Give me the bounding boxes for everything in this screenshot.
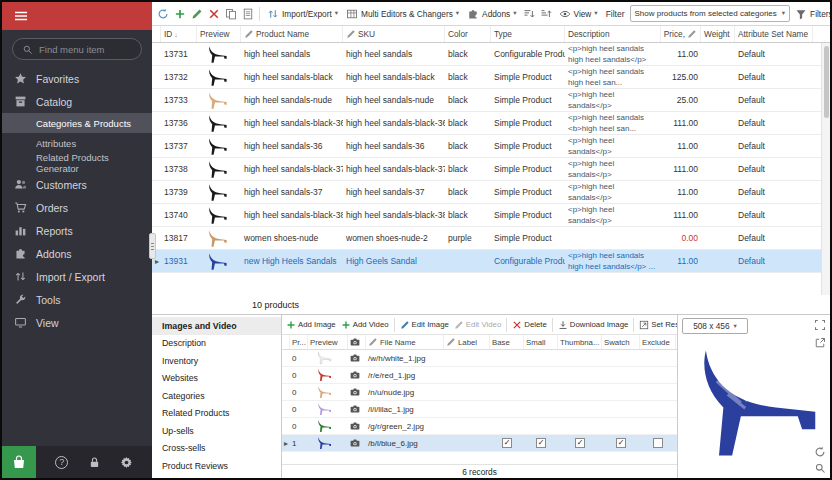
column-header-id[interactable]: ID↓	[161, 26, 197, 42]
image-row[interactable]: 0/l/i/lilac_1.jpg	[282, 401, 677, 418]
delete-image-button[interactable]: Delete	[510, 316, 549, 334]
column-header-color[interactable]: Color	[445, 26, 491, 42]
sidebar-item-favorites[interactable]: Favorites	[2, 67, 152, 90]
column-header-sku[interactable]: SKU	[343, 26, 445, 42]
product-row-13740[interactable]: 13740high heel sandals-black-38high heel…	[152, 204, 830, 227]
checkbox[interactable]: ✓	[536, 438, 546, 448]
column-header-preview[interactable]: Preview	[197, 26, 241, 42]
image-row[interactable]: 0/g/r/green_2.jpg	[282, 418, 677, 435]
column-header-product-name[interactable]: Product Name	[241, 26, 343, 42]
sort-descending-button[interactable]	[522, 6, 537, 21]
column-header-attribute-set[interactable]: Attribute Set Name	[735, 26, 813, 42]
checkbox[interactable]: ✓	[616, 438, 626, 448]
column-header-image-preview[interactable]: Preview	[308, 335, 348, 349]
tab-inventory[interactable]: Inventory	[152, 352, 281, 370]
scrollbar-thumb[interactable]	[824, 46, 829, 118]
sidebar-item-reports[interactable]: Reports	[2, 219, 152, 242]
edit-video-button[interactable]: Edit Video	[452, 316, 503, 334]
sidebar-item-related-products-generator[interactable]: Related Products Generator	[2, 153, 152, 173]
product-row-13739[interactable]: 13739high heel sandals-37high heel sanda…	[152, 181, 830, 204]
delete-product-button[interactable]	[206, 6, 221, 21]
refresh-preview-icon[interactable]	[814, 446, 826, 458]
document-button[interactable]	[240, 6, 255, 21]
tab-product-reviews[interactable]: Product Reviews	[152, 457, 281, 475]
download-image-button[interactable]: Download Image	[556, 316, 631, 334]
vertical-scrollbar[interactable]	[821, 43, 830, 295]
tab-images-and-video[interactable]: Images and Video	[152, 317, 281, 335]
sidebar-item-tools[interactable]: Tools	[2, 288, 152, 311]
copy-button[interactable]	[223, 6, 238, 21]
tab-description[interactable]: Description	[152, 335, 281, 353]
image-row[interactable]: 0/r/e/red_1.jpg	[282, 367, 677, 384]
edit-product-button[interactable]	[189, 6, 204, 21]
add-video-button[interactable]: Add Video	[339, 316, 391, 334]
column-header-weight[interactable]: Weight	[701, 26, 735, 42]
column-header-file-name[interactable]: File Name	[366, 335, 444, 349]
fullscreen-icon[interactable]	[814, 319, 826, 331]
tab-websites[interactable]: Websites	[152, 370, 281, 388]
pencil-icon	[400, 320, 410, 330]
multi-editors-menu[interactable]: Multi Editors & Changers ▾	[343, 5, 462, 23]
column-header-thumbnail[interactable]: Thumbna...	[558, 335, 602, 349]
cell-type: Configurable Product	[491, 250, 565, 272]
zoom-icon[interactable]	[814, 462, 826, 474]
sidebar-item-customers[interactable]: Customers	[2, 173, 152, 196]
tab-related-products[interactable]: Related Products	[152, 405, 281, 423]
addons-menu[interactable]: Addons ▾	[464, 5, 519, 23]
filters-button[interactable]: Filters ▾	[792, 5, 830, 23]
checkbox[interactable]	[653, 438, 663, 448]
tab-categories[interactable]: Categories	[152, 387, 281, 405]
checkbox[interactable]: ✓	[575, 438, 585, 448]
sort-ascending-button[interactable]	[539, 6, 554, 21]
lock-button[interactable]	[88, 456, 101, 469]
column-header-description[interactable]: Description	[565, 26, 661, 42]
column-header-swatch[interactable]: Swatch	[602, 335, 640, 349]
settings-button[interactable]	[120, 456, 133, 469]
add-product-button[interactable]	[172, 6, 187, 21]
image-thumbnail	[308, 401, 348, 417]
image-row[interactable]: 0/w/h/white_1.jpg	[282, 350, 677, 367]
product-row-13732[interactable]: 13732high heel sandals-blackhigh heel sa…	[152, 66, 830, 89]
product-row-13731[interactable]: 13731high heel sandalshigh heel sandalsb…	[152, 43, 830, 66]
tab-up-sells[interactable]: Up-sells	[152, 422, 281, 440]
add-image-button[interactable]: Add Image	[284, 316, 338, 334]
image-size-select[interactable]: 508 x 456 ▾	[682, 318, 748, 334]
tab-cross-sells[interactable]: Cross-sells	[152, 440, 281, 458]
hamburger-menu-icon[interactable]	[13, 8, 29, 24]
column-header-camera[interactable]	[348, 335, 366, 349]
sidebar-item-addons[interactable]: Addons	[2, 242, 152, 265]
menu-search-input[interactable]: Find menu item	[12, 38, 142, 60]
product-row-13738[interactable]: 13738high heel sandals-black-37high heel…	[152, 158, 830, 181]
edit-image-button[interactable]: Edit Image	[398, 316, 451, 334]
image-row[interactable]: ▸1/b/l/blue_6.jpg✓✓✓✓	[282, 435, 677, 452]
import-export-menu[interactable]: Import/Export ▾	[264, 5, 341, 23]
product-row-13737[interactable]: 13737high heel sandals-36high heel sanda…	[152, 135, 830, 158]
set-resize-rule-button[interactable]: Set Resize Rule▾	[637, 316, 677, 334]
product-row-13817[interactable]: 13817women shoes-nudewomen shoes-nude-2p…	[152, 227, 830, 250]
column-header-type[interactable]: Type	[491, 26, 565, 42]
column-header-base[interactable]: Base	[490, 335, 524, 349]
sidebar-item-orders[interactable]: Orders	[2, 196, 152, 219]
panel-splitter[interactable]	[149, 233, 156, 259]
product-row-13733[interactable]: 13733high heel sandals-nudehigh heel san…	[152, 89, 830, 112]
sidebar-item-import-export[interactable]: Import / Export	[2, 265, 152, 288]
column-header-exclude[interactable]: Exclude	[640, 335, 676, 349]
sidebar-item-attributes[interactable]: Attributes	[2, 133, 152, 153]
refresh-button[interactable]	[155, 6, 170, 21]
checkbox[interactable]: ✓	[502, 438, 512, 448]
store-button[interactable]	[2, 446, 36, 478]
column-header-small[interactable]: Small	[524, 335, 558, 349]
view-menu[interactable]: View ▾	[556, 5, 601, 23]
open-external-icon[interactable]	[814, 337, 826, 349]
sidebar-item-categories-products[interactable]: Categories & Products	[2, 113, 152, 133]
sidebar-item-catalog[interactable]: Catalog	[2, 90, 152, 113]
category-filter-select[interactable]: Show products from selected categories ▾	[630, 5, 791, 22]
column-header-position[interactable]: Pr...	[290, 335, 308, 349]
sidebar-item-view[interactable]: View	[2, 311, 152, 334]
column-header-label[interactable]: Label	[444, 335, 490, 349]
product-row-13736[interactable]: 13736high heel sandals-black-36high heel…	[152, 112, 830, 135]
product-row-13931[interactable]: ▸13931new High Heels SandalsHigh Geels S…	[152, 250, 830, 273]
column-header-price[interactable]: Price,	[661, 26, 701, 42]
image-row[interactable]: 0/n/u/nude.jpg	[282, 384, 677, 401]
help-button[interactable]: ?	[55, 456, 68, 469]
